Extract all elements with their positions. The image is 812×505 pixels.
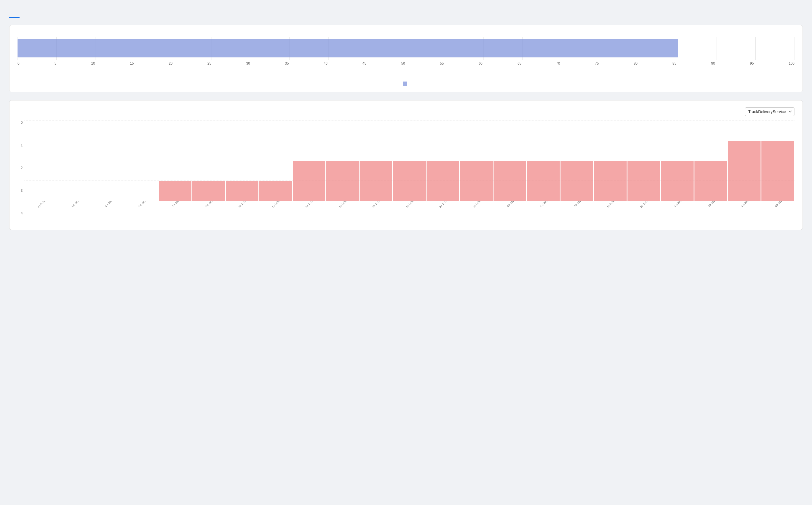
y-axis-label: 1 (21, 143, 23, 147)
row-count-card: TrackDeliveryService 43210 31-0-20191-1-… (9, 100, 803, 230)
x-axis-label: 80 (634, 61, 637, 65)
bar-wrap (59, 121, 91, 201)
x-axis-label: 95 (750, 61, 753, 65)
vertical-bar (293, 161, 325, 201)
x-axis-label: 31-0-2019 (30, 201, 54, 216)
bar-wrap (259, 121, 292, 201)
bar-wrap (293, 121, 325, 201)
bar-wrap (594, 121, 626, 201)
bar-wrap (493, 121, 526, 201)
vertical-bar (326, 161, 359, 201)
bar-wrap (762, 121, 794, 201)
bar-wrap (694, 121, 727, 201)
x-axis-label: 7-2-2019 (565, 201, 590, 216)
bar-wrap (728, 121, 760, 201)
tabs-bar (9, 11, 803, 18)
x-axis-labels: 0510152025303540455055606570758085909510… (17, 61, 795, 65)
tab-api[interactable] (50, 11, 61, 18)
x-axis-label: 14-1-2019 (298, 201, 323, 216)
x-axis-label: 0 (17, 61, 19, 65)
x-axis-label: 8-1-2019 (197, 201, 222, 216)
x-axis-label: 18-1-2019 (398, 201, 423, 216)
vertical-bar (762, 141, 794, 201)
y-axis-labels: 43210 (17, 121, 24, 224)
vertical-bar (360, 161, 392, 201)
vertical-bar (259, 181, 292, 201)
x-labels-inner: 31-0-20191-1-20194-1-20196-1-20197-1-201… (24, 201, 795, 205)
y-axis-label: 4 (21, 211, 23, 215)
tab-data-store[interactable] (9, 11, 19, 18)
bar-wrap (226, 121, 258, 201)
x-axis-label: 100 (789, 61, 795, 65)
bar-wrap (125, 121, 158, 201)
x-axis-label: 1-1-2019 (63, 201, 88, 216)
y-axis-label: 2 (21, 166, 23, 170)
chart-legend (17, 81, 795, 86)
x-axis-label: 85 (672, 61, 676, 65)
vertical-bar (226, 181, 258, 201)
x-axis-label: 50 (401, 61, 405, 65)
x-axis-label: 6-1-2019 (130, 201, 155, 216)
horizontal-bar (17, 39, 678, 57)
x-axis-label: 60 (479, 61, 482, 65)
y-axis-label: 3 (21, 189, 23, 193)
x-axis-label: 24-1-2019 (432, 201, 456, 216)
x-axis-label: 55 (440, 61, 444, 65)
bar-wrap (460, 121, 493, 201)
vertical-bar (661, 161, 693, 201)
tab-cron[interactable] (30, 11, 40, 18)
x-axis-label: 2-3-2019 (699, 201, 724, 216)
tab-cache[interactable] (19, 11, 30, 18)
vertical-bar (594, 161, 626, 201)
vertical-bar (527, 161, 560, 201)
bars-row (24, 121, 795, 201)
bar-wrap (192, 121, 225, 201)
grid-line (794, 37, 795, 60)
x-axis-label: 15 (130, 61, 134, 65)
x-axis-label: 12-1-2019 (231, 201, 255, 216)
x-axis-label: 35 (285, 61, 288, 65)
y-axis-label: 0 (21, 121, 23, 125)
service-dropdown[interactable]: TrackDeliveryService (745, 107, 795, 116)
x-axis-label: 1-3-2019 (666, 201, 691, 216)
x-axis-label: 13-1-2019 (264, 201, 289, 216)
tab-files[interactable] (40, 11, 50, 18)
bar-wrap (360, 121, 392, 201)
x-axis-label: 21-2-2019 (632, 201, 657, 216)
x-axis-label: 25 (208, 61, 211, 65)
vertical-bar (561, 161, 593, 201)
bar-wrap (527, 121, 560, 201)
x-axis-label: 65 (517, 61, 521, 65)
x-axis-label: 20 (169, 61, 172, 65)
vertical-bar (427, 161, 459, 201)
legend-color-swatch (403, 81, 407, 86)
x-axis-label: 30 (246, 61, 250, 65)
x-axis-label: 45 (362, 61, 366, 65)
vertical-bar (460, 161, 493, 201)
x-axis-label: 75 (595, 61, 599, 65)
vertical-bar (393, 161, 426, 201)
vertical-bar (159, 181, 192, 201)
vertical-bar (728, 141, 760, 201)
x-axis-label: 10 (91, 61, 95, 65)
x-axis-label: 4-1-2019 (97, 201, 122, 216)
x-axis-label: 40 (324, 61, 327, 65)
hbar-container (17, 37, 795, 60)
total-tables-card: 0510152025303540455055606570758085909510… (9, 25, 803, 92)
bar-wrap (661, 121, 693, 201)
bar-wrap (92, 121, 124, 201)
bar-wrap (326, 121, 359, 201)
vertical-bar (694, 161, 727, 201)
bar-wrap (25, 121, 57, 201)
bar-wrap (561, 121, 593, 201)
vchart-body: 43210 31-0-20191-1-20194-1-20196-1-20197… (17, 121, 795, 224)
x-axis-label: 4-3-2019 (733, 201, 758, 216)
x-axis-label: 28-1-2019 (465, 201, 490, 216)
row-count-chart: 43210 31-0-20191-1-20194-1-20196-1-20197… (17, 121, 795, 224)
x-axis-label: 4-2-2019 (498, 201, 524, 216)
vertical-bar (493, 161, 526, 201)
bar-wrap (159, 121, 192, 201)
row-count-header: TrackDeliveryService (17, 107, 795, 116)
bar-wrap (627, 121, 660, 201)
x-labels-container: 31-0-20191-1-20194-1-20196-1-20197-1-201… (24, 201, 795, 218)
